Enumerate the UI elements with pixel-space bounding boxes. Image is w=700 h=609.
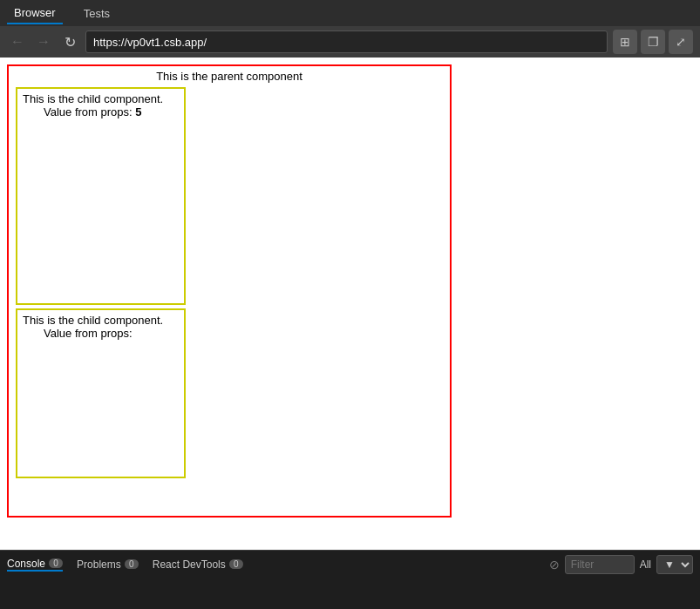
window-icon[interactable]: ❐ — [641, 30, 665, 54]
filter-clear-icon[interactable]: ⊘ — [549, 558, 560, 572]
tab-tests[interactable]: Tests — [77, 3, 117, 24]
problems-tab[interactable]: Problems 0 — [77, 558, 139, 571]
problems-label: Problems — [77, 558, 121, 571]
child-component-1: This is the child component. Value from … — [16, 87, 186, 305]
grid-icon[interactable]: ⊞ — [613, 30, 637, 54]
child2-text: This is the child component. — [23, 314, 179, 327]
console-tab[interactable]: Console 0 — [7, 558, 63, 572]
address-bar: ← → ↻ ⊞ ❐ ⤢ — [0, 26, 700, 58]
parent-component: This is the parent component This is the… — [7, 64, 452, 518]
child1-props: Value from props: 5 — [23, 105, 179, 118]
child2-props-label: Value from props: — [44, 327, 133, 340]
child1-text: This is the child component. — [23, 92, 179, 105]
console-label: Console — [7, 558, 45, 570]
filter-all-label: All — [640, 558, 651, 571]
url-input[interactable] — [85, 30, 608, 53]
back-button[interactable]: ← — [7, 31, 28, 52]
tab-bar: Browser Tests — [0, 0, 700, 26]
problems-badge: 0 — [125, 559, 139, 569]
filter-input[interactable] — [565, 555, 635, 574]
browser-content: This is the parent component This is the… — [0, 58, 700, 550]
child1-props-value: 5 — [135, 105, 141, 118]
devtools-badge: 0 — [229, 559, 243, 569]
expand-icon[interactable]: ⤢ — [669, 30, 693, 54]
filter-dropdown[interactable]: ▼ — [656, 555, 693, 574]
tab-browser[interactable]: Browser — [7, 3, 63, 24]
child2-props: Value from props: — [23, 327, 179, 340]
devtools-tab[interactable]: React DevTools 0 — [153, 558, 243, 571]
forward-button[interactable]: → — [33, 31, 54, 52]
filter-section: ⊘ All ▼ — [549, 555, 693, 574]
devtools-label: React DevTools — [153, 558, 226, 571]
console-bar: Console 0 Problems 0 React DevTools 0 ⊘ … — [0, 550, 700, 578]
toolbar-icons: ⊞ ❐ ⤢ — [613, 30, 693, 54]
console-badge: 0 — [49, 558, 63, 568]
child1-props-label: Value from props: — [44, 105, 133, 118]
child-component-2: This is the child component. Value from … — [16, 308, 186, 478]
refresh-button[interactable]: ↻ — [59, 31, 80, 52]
parent-label: This is the parent component — [9, 66, 450, 86]
